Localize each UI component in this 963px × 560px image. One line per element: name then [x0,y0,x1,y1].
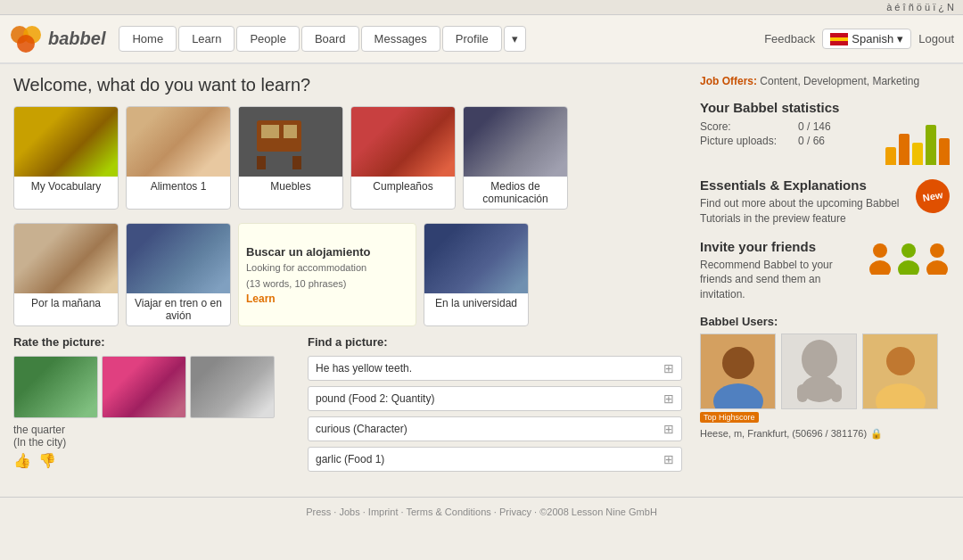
chart-bar-5 [939,138,950,165]
vocab-img-universidad [424,224,529,293]
invite-title: Invite your friends [700,239,860,254]
vocab-card-my-vocabulary[interactable]: My Vocabulary [13,106,119,210]
user-thumb-2[interactable] [781,334,857,409]
babbel-users-title: Babbel Users: [700,315,950,328]
user-thumb-1[interactable] [700,334,776,409]
vocab-card-muebles[interactable]: Muebles [238,106,343,210]
essentials-box: Essentials & Explanations Find out more … [700,177,950,226]
vocab-grid-row2: Por la mañana Viajar en tren o en avión … [13,223,682,326]
language-dropdown-icon: ▾ [897,32,903,45]
bottom-section: Rate the picture: the quarter(In the cit… [13,335,682,477]
svg-point-18 [926,260,948,275]
find-row-text-1: pound (Food 2: Quantity) [316,392,663,405]
buscar-title: Buscar un alojamiento [246,245,408,259]
find-row-0[interactable]: He has yellow teeth. ⊞ [308,356,682,381]
find-row-text-2: curious (Character) [316,423,663,435]
stats-score-label: Score: [700,120,789,133]
chart-bar-4 [926,125,936,165]
nav-home[interactable]: Home [119,26,177,52]
vocab-label-my-vocabulary: My Vocabulary [14,177,118,196]
rate-img-2[interactable] [102,356,186,418]
find-row-icon-1[interactable]: ⊞ [663,391,674,406]
invite-box: Invite your friends Recommend Babbel to … [700,239,950,302]
find-row-icon-3[interactable]: ⊞ [663,452,674,466]
vocab-card-universidad[interactable]: En la universidad [424,223,529,326]
new-badge: New [913,177,952,216]
nav-profile[interactable]: Profile [442,26,502,52]
find-row-2[interactable]: curious (Character) ⊞ [308,416,682,441]
invite-content: Invite your friends Recommend Babbel to … [700,239,860,302]
vocab-label-por-la-manana: Por la mañana [14,293,118,313]
find-row-icon-2[interactable]: ⊞ [663,422,674,436]
person-icon-green [896,243,921,275]
user-thumb-3[interactable] [862,334,938,409]
vocab-img-muebles [239,107,343,177]
stats-uploads-value: 0 / 66 [798,135,825,147]
vocab-card-por-la-manana[interactable]: Por la mañana [13,223,119,326]
vocab-label-muebles: Muebles [239,177,342,196]
vocab-card-medios[interactable]: Medios de comunicación [463,106,568,210]
nav-learn[interactable]: Learn [178,26,235,52]
rate-img-1[interactable] [13,356,98,418]
footer: Press · Jobs · Imprint · Terms & Conditi… [0,497,963,526]
vocab-card-alimentos[interactable]: Alimentos 1 [126,106,231,210]
thumb-up-button[interactable]: 👍 [13,452,31,469]
right-panel: Job Offers: Content, Development, Market… [682,75,950,477]
stats-score-value: 0 / 146 [798,120,831,133]
nav-board[interactable]: Board [301,26,359,52]
invite-text: Recommend Babbel to your friends and sen… [700,258,860,302]
language-selector[interactable]: Spanish ▾ [822,29,911,49]
vocab-img-medios [464,107,568,177]
vocab-label-cumpleanos: Cumpleaños [351,177,455,196]
svg-point-16 [898,260,919,275]
logout-button[interactable]: Logout [918,32,954,45]
top-highscore-badge: Top Highscore [700,412,759,423]
vocab-img-alimentos [127,107,231,177]
rate-img-3[interactable] [190,356,275,418]
vocab-label-universidad: En la universidad [424,293,528,313]
language-label: Spanish [852,32,893,45]
vocab-card-viajar[interactable]: Viajar en tren o en avión [126,223,231,326]
svg-point-2 [17,35,35,53]
job-offers-label: Job Offers: [700,75,757,87]
find-row-3[interactable]: garlic (Food 1) ⊞ [308,447,682,472]
find-section-title: Find a picture: [308,335,682,349]
find-section: Find a picture: He has yellow teeth. ⊞ p… [308,335,682,477]
buscar-meta: (13 words, 10 phrases) [246,278,408,289]
vocab-img-por-la-manana [14,224,119,293]
find-row-icon-0[interactable]: ⊞ [663,361,674,375]
person-icon-orange [868,243,893,275]
svg-point-27 [886,347,915,375]
find-row-1[interactable]: pound (Food 2: Quantity) ⊞ [308,386,682,411]
rate-section: Rate the picture: the quarter(In the cit… [13,335,290,477]
invite-icons [868,243,950,275]
welcome-heading: Welcome, what do you want to learn? [13,75,682,95]
babbel-users-box: Babbel Users: Top Highscore [700,315,950,440]
svg-rect-6 [830,41,848,43]
header: babbel Home Learn People Board Messages … [0,15,963,64]
svg-rect-10 [284,125,297,138]
user-1-avatar [701,334,776,409]
chart-bar-3 [912,143,923,165]
feedback-button[interactable]: Feedback [764,32,815,45]
logo[interactable]: babbel [9,22,105,56]
chart-bar-1 [885,147,896,165]
vocab-card-buscar[interactable]: Buscar un alojamiento Looking for accomm… [238,223,416,326]
stats-chart [885,120,950,165]
svg-point-17 [930,243,944,258]
vocab-img-viajar [127,224,231,293]
header-right: Feedback Spanish ▾ Logout [764,29,954,49]
buscar-learn[interactable]: Learn [246,292,408,305]
nav-people[interactable]: People [236,26,299,52]
stats-uploads-row: Picture uploads: 0 / 66 [700,135,831,147]
nav-more-dropdown[interactable]: ▾ [504,26,526,52]
essentials-text: Find out more about the upcoming Babbel … [700,196,909,226]
nav-messages[interactable]: Messages [361,26,440,52]
svg-point-15 [901,243,916,258]
svg-point-13 [873,243,887,258]
svg-point-22 [802,340,837,379]
vocab-card-cumpleanos[interactable]: Cumpleaños [350,106,456,210]
svg-rect-5 [830,36,848,37]
vocab-img-cumpleanos [351,107,456,177]
thumb-down-button[interactable]: 👎 [38,452,56,469]
